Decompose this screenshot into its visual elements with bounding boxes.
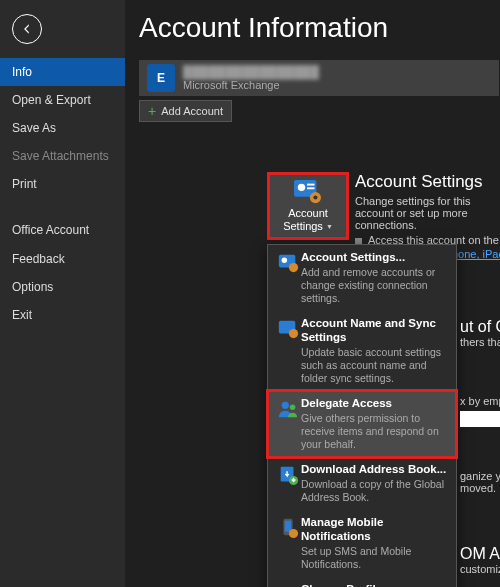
backstage-sidebar: Info Open & Export Save As Save Attachme… (0, 0, 125, 587)
svg-point-5 (313, 196, 317, 200)
sidebar-item-feedback[interactable]: Feedback (0, 245, 125, 273)
menu-item-title: Account Settings... (301, 251, 449, 265)
section-title: Account Settings (355, 172, 500, 192)
menu-item-change-profile[interactable]: Change ProfileRestart Microsoft Outlook … (268, 577, 456, 587)
main-panel: Account Information E ████████████████ M… (125, 0, 500, 587)
section-title: ut of Office) (460, 318, 500, 336)
section-line: ganize your incoming email messages (460, 470, 500, 482)
menu-item-desc: Give others permission to receive items … (301, 412, 449, 451)
back-button[interactable] (12, 14, 42, 44)
addins-section: OM Add-ins customizing your Outlook expe… (460, 545, 500, 575)
section-desc: Change settings for this account or set … (355, 195, 500, 231)
menu-item-title: Change Profile (301, 583, 449, 587)
svg-point-10 (289, 329, 298, 338)
sidebar-item-options[interactable]: Options (0, 273, 125, 301)
sidebar-item-office-account[interactable]: Office Account (0, 216, 125, 245)
menu-item-download-address-book[interactable]: Download Address Book...Download a copy … (268, 457, 456, 510)
out-of-office-section: ut of Office) thers that you are out of … (460, 318, 500, 348)
mailbox-settings-section: x by emptying Deleted Items and arc (460, 395, 500, 429)
rules-section: ganize your incoming email messages move… (460, 470, 500, 494)
sidebar-item-save-attachments: Save Attachments (0, 142, 125, 170)
menu-item-mobile-notifications[interactable]: Manage Mobile NotificationsSet up SMS an… (268, 510, 456, 577)
add-account-label: Add Account (161, 105, 223, 117)
exchange-icon: E (147, 64, 175, 92)
svg-point-12 (290, 405, 296, 411)
section-line: x by emptying Deleted Items and arc (460, 395, 500, 407)
svg-point-17 (289, 529, 298, 538)
svg-point-8 (289, 263, 298, 272)
menu-item-title: Manage Mobile Notifications (301, 516, 449, 544)
svg-rect-16 (285, 521, 291, 532)
account-settings-button[interactable]: Account Settings ▼ (267, 172, 349, 240)
progress-box (460, 411, 500, 427)
download-icon (277, 464, 299, 486)
section-title: OM Add-ins (460, 545, 500, 563)
account-settings-icon (293, 179, 323, 205)
delegate-icon (277, 398, 299, 420)
svg-point-1 (298, 184, 305, 191)
menu-item-desc: Add and remove accounts or change existi… (301, 266, 449, 305)
menu-item-title: Account Name and Sync Settings (301, 317, 449, 345)
plus-icon: + (148, 104, 156, 118)
svg-rect-2 (307, 184, 314, 186)
sidebar-item-info[interactable]: Info (0, 58, 125, 86)
svg-point-7 (282, 258, 288, 264)
menu-item-desc: Set up SMS and Mobile Notifications. (301, 545, 449, 571)
account-provider: Microsoft Exchange (183, 79, 319, 91)
menu-item-sync-settings[interactable]: Account Name and Sync SettingsUpdate bas… (268, 311, 456, 391)
sync-icon (277, 318, 299, 340)
account-settings-menu: Account Settings...Add and remove accoun… (267, 244, 457, 587)
sidebar-item-open-export[interactable]: Open & Export (0, 86, 125, 114)
menu-item-desc: Update basic account settings such as ac… (301, 346, 449, 385)
menu-item-title: Delegate Access (301, 397, 449, 411)
sidebar-item-exit[interactable]: Exit (0, 301, 125, 329)
menu-item-title: Download Address Book... (301, 463, 449, 477)
svg-rect-3 (307, 188, 314, 190)
menu-item-delegate-access[interactable]: Delegate AccessGive others permission to… (268, 391, 456, 457)
section-line: thers that you are out of office, on v (460, 336, 500, 348)
arrow-left-icon (20, 22, 34, 36)
mobile-icon (277, 517, 299, 539)
account-selector[interactable]: E ████████████████ Microsoft Exchange (139, 60, 499, 96)
account-icon (277, 252, 299, 274)
chevron-down-icon: ▼ (326, 223, 333, 230)
menu-item-account-settings[interactable]: Account Settings...Add and remove accoun… (268, 245, 456, 311)
section-line: customizing your Outlook experience. (460, 563, 500, 575)
page-title: Account Information (139, 12, 500, 44)
sidebar-item-save-as[interactable]: Save As (0, 114, 125, 142)
add-account-button[interactable]: + Add Account (139, 100, 232, 122)
mobile-apps-link[interactable]: hone, iPad, Android, or Windows 10 M (452, 248, 500, 260)
account-settings-button-label: Account Settings (283, 207, 328, 232)
menu-item-desc: Download a copy of the Global Address Bo… (301, 478, 449, 504)
account-email: ████████████████ (183, 65, 319, 79)
sidebar-item-print[interactable]: Print (0, 170, 125, 198)
svg-point-11 (282, 402, 289, 409)
section-line: moved. (460, 482, 500, 494)
